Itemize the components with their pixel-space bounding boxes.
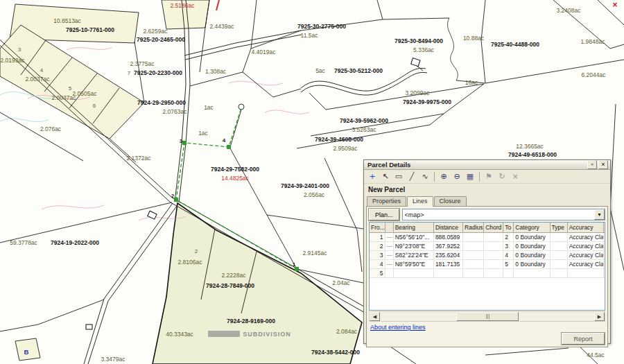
grid-cell[interactable] [603,232,605,241]
grid-col-type[interactable]: Type [550,223,567,232]
tab-lines[interactable]: Lines [407,196,433,207]
grid-cell[interactable] [603,259,605,268]
grid-cell[interactable] [550,268,567,277]
grid-cell[interactable]: N8°59'50"E [393,259,433,268]
grid-cell[interactable]: 2 [370,241,385,250]
grid-cell[interactable]: 1 [370,232,385,241]
refresh-icon[interactable]: ↻ [496,171,508,182]
rectangle-tool-icon[interactable]: ▭ [392,171,405,182]
grid-cell[interactable] [550,250,567,259]
grid-cell[interactable] [463,250,484,259]
grid-cell[interactable] [463,259,484,268]
zoom-out-icon[interactable]: ⊖ [451,171,463,182]
grid-cell[interactable]: 235.6204 [433,250,462,259]
grid-cell[interactable]: — [385,241,393,250]
grid-cell[interactable] [484,241,503,250]
grid-cell[interactable]: 5 [503,259,514,268]
grid-cell[interactable]: — [385,250,393,259]
grid-col-to[interactable]: To [503,223,514,232]
grid-col-category[interactable]: Category [514,223,550,232]
grid-col-distance[interactable]: Distance [433,223,462,232]
grid-row[interactable]: 1—N56°56'10"...888.058920 BoundaryAccura… [370,232,605,241]
grid-cell[interactable]: 3 [503,241,514,250]
about-entering-lines-link[interactable]: About entering lines [370,324,426,331]
map-viewport[interactable]: 10.8513ac7925-10-7761-0002.5186ac2.6259a… [0,0,624,364]
grid-cell[interactable]: 0 Boundary [514,232,550,241]
tab-closure[interactable]: Closure [434,196,467,206]
draw-line-icon[interactable]: ╱ [406,171,418,182]
grid-row[interactable]: 2—N9°23'08"E367.925230 BoundaryAccuracy … [370,241,605,250]
grid-col-accuracy[interactable]: Accuracy [567,223,603,232]
tab-properties[interactable]: Properties [367,196,406,206]
grid-cell[interactable] [567,268,603,277]
grid-cell[interactable]: 4 [370,259,385,268]
scrollbar-thumb[interactable] [456,312,519,321]
flag-icon[interactable]: ⚑ [483,171,495,182]
grid-cell[interactable]: 0 Boundary [514,241,550,250]
grid-row[interactable]: 3—S82°22'24"E235.620440 BoundaryAccuracy… [370,250,605,259]
grid-col-radius[interactable]: Radius [463,223,484,232]
grid-cell[interactable]: 367.9252 [433,241,462,250]
grid-cell[interactable] [484,250,503,259]
grid-cell[interactable]: S82°22'24"E [393,250,433,259]
grid-cell[interactable]: Accuracy Cla... [567,259,603,268]
grid-cell[interactable] [484,232,503,241]
grid-cell[interactable] [550,259,567,268]
select-arrow-icon[interactable]: ↖ [379,171,392,182]
grid-cell[interactable]: N56°56'10"... [393,232,433,241]
plan-button[interactable]: Plan... [369,209,399,220]
scroll-right-arrow[interactable]: ▶ [594,312,605,321]
grid-col-hid[interactable]: Hid [603,223,605,232]
grid-cell[interactable] [484,259,503,268]
grid-col-bearing[interactable]: Bearing [393,223,433,232]
grid-cell[interactable] [463,241,484,250]
lines-grid[interactable]: Fro...BearingDistanceRadiusChordToCatego… [369,222,605,311]
grid-cell[interactable] [484,268,503,277]
grid-cell[interactable] [463,268,484,277]
horizontal-scrollbar[interactable]: ◀ ▶ [369,311,605,322]
grid-cell[interactable]: 4 [503,250,514,259]
grid-cell[interactable]: Accuracy Cla... [567,250,603,259]
scroll-left-arrow[interactable]: ◀ [370,312,380,321]
grid-cell[interactable]: 181.7135 [433,259,462,268]
grid-cell[interactable] [463,232,484,241]
grid-view-icon[interactable]: ▦ [464,171,476,182]
close-button[interactable]: × [598,160,608,169]
add-parcel-icon[interactable]: + [366,171,379,182]
grid-cell[interactable]: — [385,259,393,268]
report-button[interactable]: Report [562,333,605,345]
grid-cell[interactable] [503,268,514,277]
grid-cell[interactable]: 0 Boundary [514,250,550,259]
grid-cell[interactable]: 0 Boundary [514,259,550,268]
grid-cell[interactable] [514,268,550,277]
grid-cell[interactable] [550,241,567,250]
grid-cell[interactable]: 3 [370,250,385,259]
parcel-details-window[interactable]: Parcel Details ▫ × +↖▭╱∿⊕⊖▦⚑↻× New Parce… [363,159,611,344]
grid-row[interactable]: 5 [370,268,605,277]
grid-col-icon[interactable] [385,223,393,232]
grid-cell[interactable] [385,268,393,277]
grid-cell[interactable]: 888.0589 [433,232,462,241]
grid-cell[interactable] [603,268,605,277]
curve-tool-icon[interactable]: ∿ [419,171,431,182]
grid-cell[interactable]: Accuracy Cla... [567,241,603,250]
grid-cell[interactable] [433,268,462,277]
delete-icon[interactable]: × [509,171,521,182]
grid-cell[interactable]: Accuracy Cla... [567,232,603,241]
grid-cell[interactable] [603,250,605,259]
grid-cell[interactable] [550,232,567,241]
grid-cell[interactable]: 5 [370,268,385,277]
grid-cell[interactable]: N9°23'08"E [393,241,433,250]
chevron-down-icon[interactable]: ▼ [594,209,605,220]
grid-cell[interactable] [393,268,433,277]
zoom-in-icon[interactable]: ⊕ [437,171,450,182]
window-titlebar[interactable]: Parcel Details ▫ × [364,160,610,170]
grid-col-chord[interactable]: Chord [484,223,503,232]
map-select-combobox[interactable]: <map> ▼ [402,209,605,220]
grid-cell[interactable]: — [385,232,393,241]
grid-cell[interactable] [603,241,605,250]
grid-col-fro[interactable]: Fro... [370,223,385,232]
grid-cell[interactable]: 2 [503,232,514,241]
grid-row[interactable]: 4—N8°59'50"E181.713550 BoundaryAccuracy … [370,259,605,268]
float-window-button[interactable]: ▫ [587,160,597,169]
